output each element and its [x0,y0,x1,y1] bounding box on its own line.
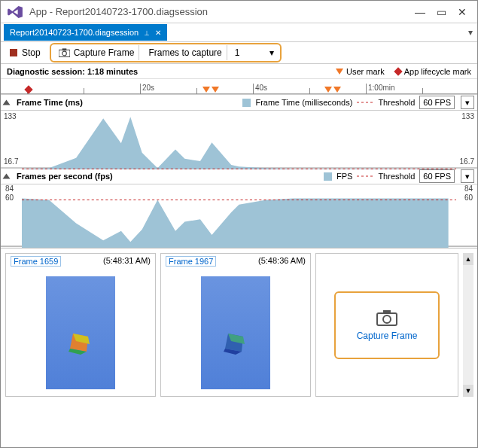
frame-thumbnail [6,269,155,396]
collapse-icon[interactable] [3,174,11,179]
titlebar: App - Report20140723-1700.diagsession — … [1,1,477,23]
stop-icon [10,49,17,56]
tab-close-icon[interactable]: ✕ [155,29,161,37]
fps-chart-header: Frames per second (fps) FPS Threshold 60… [1,168,477,184]
fps-chart[interactable]: 84 60 84 60 [1,184,477,246]
chevron-down-icon[interactable]: ▾ [461,169,474,183]
frame-time-chart-header: Frame Time (ms) Frame Time (milliseconds… [1,94,477,111]
capture-frame-label: Capture Frame [74,47,135,58]
tab-label: Report20140723-1700.diagsession [10,28,139,37]
capture-frame-button[interactable]: Capture Frame [54,45,140,60]
frame-time-chart[interactable]: 133 16.7 133 16.7 [1,111,477,168]
capture-frame-tile-label: Capture Frame [357,331,418,341]
session-header: Diagnostic session: 1:18 minutes User ma… [1,64,477,79]
frame-thumbnail [161,269,310,396]
lifecycle-mark-legend: App lifecycle mark [395,67,471,76]
camera-icon [376,309,397,326]
cube-icon [222,331,248,356]
legend-swatch [242,99,251,107]
svg-point-2 [62,51,66,56]
captured-frames-strip: Frame 1659 (5:48:31 AM) Frame 1967 (5:48… [1,246,477,401]
minimize-button[interactable]: — [411,5,429,20]
threshold-swatch [357,100,373,105]
threshold-label: Threshold [378,172,415,181]
frame-time-plot [22,111,456,169]
frame-link[interactable]: Frame 1659 [11,256,61,267]
capture-group-highlight: Capture Frame Frames to capture 1 ▾ [50,43,282,62]
stop-label: Stop [22,47,41,58]
session-label: Diagnostic session: [7,67,85,76]
capture-frame-highlight: Capture Frame [334,291,440,359]
close-button[interactable]: ✕ [453,5,471,20]
svg-rect-1 [62,48,66,50]
user-mark-legend: User mark [336,67,385,76]
captured-frame-card[interactable]: Frame 1967 (5:48:36 AM) [160,253,311,397]
user-mark [202,87,210,93]
maximize-button[interactable]: ▭ [432,5,450,20]
svg-point-17 [383,315,391,323]
diagnostics-toolbar: Stop Capture Frame Frames to capture 1 ▾ [1,41,477,64]
document-tabstrip: Report20140723-1700.diagsession ⟂ ✕ ▾ [1,23,477,41]
visual-studio-logo-icon [7,5,23,19]
session-duration: 1:18 minutes [87,67,138,76]
lifecycle-mark-icon [394,67,402,75]
timeline-ruler[interactable]: 20s 40s 1:00min [1,79,477,94]
user-mark [333,87,341,93]
frames-to-capture-select[interactable]: 1 ▾ [232,47,277,58]
threshold-swatch [357,174,373,178]
stop-button[interactable]: Stop [5,44,45,61]
frames-to-capture-label: Frames to capture [144,45,227,60]
frame-time-legend: Frame Time (milliseconds) [255,98,352,107]
svg-marker-7 [22,199,449,248]
capture-frame-tile[interactable]: Capture Frame [315,253,458,397]
cube-icon [67,331,93,356]
scroll-down-icon[interactable]: ▼ [463,385,473,397]
threshold-label: Threshold [378,98,415,107]
window-title: App - Report20140723-1700.diagsession [29,6,408,17]
lifecycle-mark [26,87,32,93]
svg-marker-4 [22,117,449,169]
fps-plot [22,184,456,248]
captured-frame-card[interactable]: Frame 1659 (5:48:31 AM) [5,253,156,397]
collapse-icon[interactable] [3,100,11,105]
user-mark [324,87,332,93]
frame-timestamp: (5:48:31 AM) [103,256,151,267]
fps-threshold-select[interactable]: 60 FPS [419,96,455,109]
fps-threshold-select[interactable]: 60 FPS [419,169,455,183]
fps-title: Frames per second (fps) [17,172,319,181]
user-mark-icon [336,69,343,75]
document-tab[interactable]: Report20140723-1700.diagsession ⟂ ✕ [4,24,167,41]
frames-scrollbar[interactable]: ▲ ▼ [463,253,473,397]
tab-overflow-menu[interactable]: ▾ [464,27,477,38]
frames-count-value: 1 [235,47,240,58]
fps-legend: FPS [336,172,352,181]
legend-swatch [324,172,332,181]
camera-icon [59,48,70,57]
frame-link[interactable]: Frame 1967 [166,256,216,267]
pin-icon[interactable]: ⟂ [145,29,149,37]
chevron-down-icon: ▾ [269,47,274,58]
frame-time-title: Frame Time (ms) [17,98,238,107]
scroll-up-icon[interactable]: ▲ [463,253,473,265]
user-mark [212,87,219,93]
svg-rect-16 [383,310,391,314]
chevron-down-icon[interactable]: ▾ [461,96,474,109]
frame-timestamp: (5:48:36 AM) [258,256,306,267]
